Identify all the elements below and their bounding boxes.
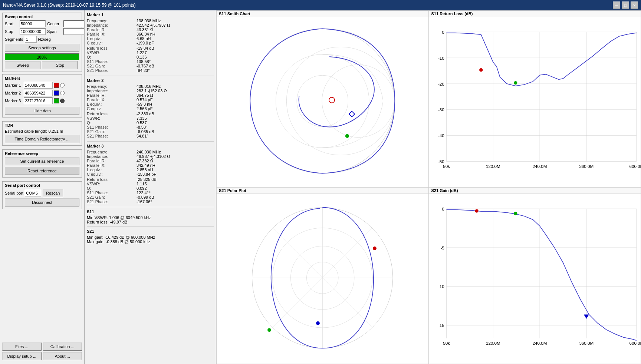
s11-stats: S11 Min VSWR: 1.006 @ 6049.500 kHz Retur…: [87, 209, 214, 224]
marker-2-radio[interactable]: [60, 91, 65, 95]
span-label: Span: [47, 29, 62, 34]
svg-text:240.0M: 240.0M: [532, 341, 547, 345]
m3-vswr-value: 1.115: [137, 182, 214, 186]
m3-s11phase-value: 122.41°: [137, 191, 214, 195]
svg-text:-50: -50: [438, 159, 444, 164]
hz-per-seg-label: Hz/seg: [38, 37, 51, 42]
marker-1-row: Marker 1: [5, 82, 79, 89]
serial-port-title: Serial port control: [5, 183, 79, 188]
start-input[interactable]: [20, 20, 46, 27]
m2-s21phase-value: 54.81°: [137, 134, 214, 138]
segments-input[interactable]: [25, 36, 37, 43]
sweep-control-group: Sweep control Start Center Stop Span Seg…: [2, 13, 82, 72]
marker-2-row: Marker 2: [5, 90, 79, 96]
m1-s21gain-value: -0.767 dB: [137, 64, 214, 68]
calibration-button[interactable]: Calibration ...: [43, 343, 82, 351]
progress-label: 100%: [5, 54, 79, 60]
reset-reference-button[interactable]: Reset reference: [5, 167, 79, 175]
marker-1-data-title: Marker 1: [87, 13, 214, 17]
sweep-control-title: Sweep control: [5, 14, 79, 19]
center-input[interactable]: [63, 20, 85, 27]
svg-point-8: [345, 134, 349, 138]
span-input[interactable]: [63, 28, 85, 35]
sweep-button[interactable]: Sweep: [5, 61, 40, 69]
sweep-settings-button[interactable]: Sweep settings: [5, 44, 79, 52]
svg-text:-5: -5: [440, 245, 444, 250]
svg-text:360.0M: 360.0M: [579, 164, 594, 169]
marker-2-color[interactable]: [54, 90, 59, 96]
set-current-reference-button[interactable]: Set current as reference: [5, 157, 79, 165]
m2-s21gain-value: -6.035 dB: [137, 129, 214, 134]
marker-1-input[interactable]: [24, 82, 53, 89]
marker-2-input[interactable]: [24, 90, 53, 96]
tdr-title: TDR: [5, 123, 79, 128]
tdr-button[interactable]: Time Domain Reflectometry ...: [5, 135, 79, 143]
m1-l-value: 6.68 nH: [137, 36, 214, 41]
marker-3-radio[interactable]: [60, 99, 65, 103]
marker-3-data-title: Marker 3: [87, 144, 214, 148]
serial-port-input[interactable]: [25, 190, 41, 196]
maximize-button[interactable]: □: [622, 1, 629, 9]
stop-input[interactable]: [20, 28, 46, 35]
m2-pr-value: 364.75 Ω: [137, 93, 214, 97]
close-button[interactable]: ✕: [631, 1, 638, 9]
svg-text:-30: -30: [438, 107, 444, 112]
marker-2-data: Marker 2 Frequency: 408.016 MHz Impedanc…: [87, 78, 214, 138]
m1-px-value: 366.84 nH: [137, 32, 214, 36]
start-label: Start: [5, 21, 18, 26]
m1-freq-value: 138.038 MHz: [137, 19, 214, 23]
marker-1-color[interactable]: [54, 83, 59, 88]
disconnect-button[interactable]: Disconnect: [5, 198, 79, 206]
files-button[interactable]: Files ...: [2, 343, 42, 351]
s21-max-gain: Max gain: -0.388 dB @ 50.000 kHz: [87, 239, 214, 244]
m1-pr-label: Parallel R:: [87, 27, 135, 32]
marker-2-data-title: Marker 2: [87, 78, 214, 83]
marker-3-input[interactable]: [24, 97, 53, 104]
about-button[interactable]: About ...: [43, 352, 82, 360]
s21-title: S21: [87, 229, 214, 234]
marker-3-data: Marker 3 Frequency: 240.030 MHz Impedanc…: [87, 144, 214, 204]
m2-vswr-value: 7.335: [137, 116, 214, 120]
bottom-buttons: Files ... Calibration ... Display setup …: [2, 341, 82, 362]
rescan-button[interactable]: Rescan: [43, 189, 63, 197]
m1-pr-value: 43.331 Ω: [137, 27, 214, 32]
m3-freq-value: 240.030 MHz: [137, 150, 214, 154]
m2-c-value: 2.566 pF: [137, 106, 214, 111]
m3-pr-value: 47.382 Ω: [137, 159, 214, 163]
marker-3-color[interactable]: [54, 98, 59, 103]
gain-chart-title: S21 Gain (dB): [429, 188, 641, 194]
progress-bar: 100%: [5, 53, 79, 60]
hide-data-button[interactable]: Hide data: [5, 107, 79, 115]
svg-marker-7: [349, 111, 355, 117]
m3-c-value: -153.84 pF: [137, 172, 214, 176]
m1-l-label: L equiv.:: [87, 36, 135, 41]
reference-sweep-title: Reference sweep: [5, 151, 79, 156]
marker-3-label: Marker 3: [5, 99, 23, 103]
tdr-group: TDR Estimated cable length: 0.251 m Time…: [2, 121, 82, 146]
smith-chart-panel: S11 Smith Chart: [216, 10, 429, 187]
svg-point-41: [316, 321, 320, 325]
minimize-button[interactable]: ─: [613, 1, 620, 9]
svg-text:0: 0: [442, 30, 444, 34]
m3-s21gain-value: -0.899 dB: [137, 195, 214, 199]
stop-button[interactable]: Stop: [42, 61, 78, 69]
m2-q-value: 0.537: [137, 120, 214, 125]
svg-point-6: [329, 97, 335, 103]
svg-point-43: [267, 328, 271, 332]
s11-min-vswr: Min VSWR: 1.006 @ 6049.500 kHz: [87, 215, 214, 220]
svg-point-32: [514, 81, 517, 85]
svg-text:-20: -20: [438, 82, 444, 86]
svg-marker-64: [584, 314, 589, 319]
polar-plot-canvas: [217, 194, 428, 362]
return-loss-chart-panel: S11 Return Loss (dB): [429, 10, 641, 187]
marker-1-radio[interactable]: [60, 83, 65, 87]
serial-port-label: Serial port: [5, 191, 23, 195]
marker-2-label: Marker 2: [5, 91, 23, 95]
serial-port-group: Serial port control Serial port Rescan D…: [2, 181, 82, 209]
center-label: Center: [47, 21, 62, 26]
display-setup-button[interactable]: Display setup ...: [2, 352, 42, 360]
m1-freq-label: Frequency:: [87, 19, 135, 23]
svg-text:600.0M: 600.0M: [629, 164, 641, 169]
window-title: NanoVNA Saver 0.1.0 (Sweep: 2019-10-07 1…: [3, 3, 613, 8]
m2-s11phase-value: -8.58°: [137, 125, 214, 129]
